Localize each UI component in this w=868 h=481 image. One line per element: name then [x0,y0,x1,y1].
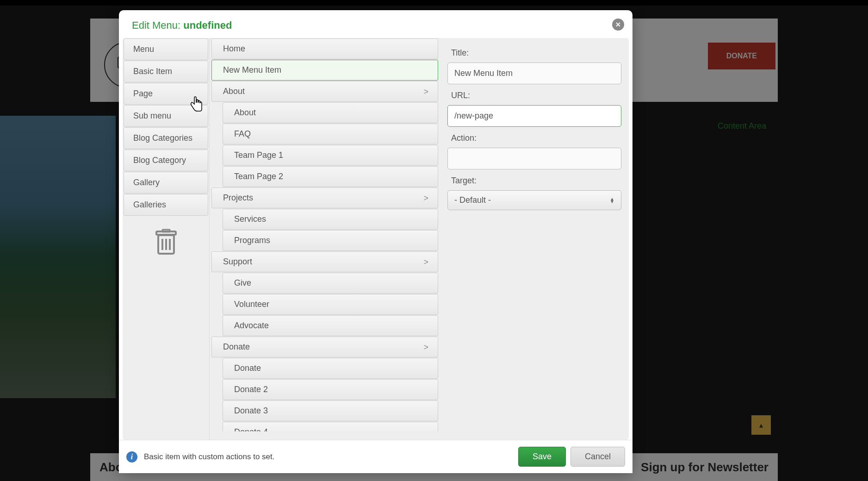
close-icon: ✕ [615,21,621,28]
cancel-button[interactable]: Cancel [570,447,625,467]
trash-icon [155,229,178,256]
title-input[interactable] [447,62,621,84]
palette-item-blog-category[interactable]: Blog Category [124,150,208,171]
chevron-right-icon: > [423,342,428,352]
modal-title-name: undefined [183,19,232,31]
menu-tree-item[interactable]: Programs [223,230,438,251]
menu-tree[interactable]: HomeNew Menu ItemAbout>AboutFAQTeam Page… [210,38,440,431]
menu-tree-item[interactable]: Donate 4 [223,422,438,431]
url-label: URL: [451,91,621,100]
menu-tree-item[interactable]: New Menu Item [211,60,438,81]
info-icon: i [126,451,137,462]
palette-item-menu[interactable]: Menu [124,38,208,60]
menu-tree-item[interactable]: About> [211,81,438,102]
menu-tree-item[interactable]: About [223,102,438,123]
palette-item-blog-categories[interactable]: Blog Categories [124,127,208,149]
modal-title: Edit Menu: undefined [132,19,232,31]
item-palette: MenuBasic ItemPageSub menuBlog Categorie… [123,38,210,440]
menu-tree-item[interactable]: Donate> [211,337,438,357]
palette-item-basic-item[interactable]: Basic Item [124,61,208,82]
title-label: Title: [451,48,621,58]
menu-tree-item[interactable]: Services [223,209,438,230]
modal-footer: i Basic item with custom actions to set.… [119,440,632,473]
menu-tree-item[interactable]: Support> [211,251,438,272]
target-label: Target: [451,176,621,186]
modal-header: Edit Menu: undefined ✕ [119,10,632,38]
trash-dropzone[interactable] [152,228,180,256]
properties-panel: Title: URL: Action: Target: - Default - … [440,38,629,440]
chevron-right-icon: > [423,87,428,96]
info-text: Basic item with custom actions to set. [144,452,514,462]
select-arrows-icon: ▲▼ [610,198,614,203]
menu-tree-item[interactable]: Donate [223,358,438,379]
chevron-right-icon: > [423,257,428,267]
chevron-right-icon: > [423,193,428,203]
menu-tree-item[interactable]: Donate 3 [223,400,438,421]
menu-tree-item[interactable]: FAQ [223,124,438,144]
menu-tree-item[interactable]: Advocate [223,315,438,336]
menu-tree-item[interactable]: Projects> [211,187,438,208]
modal-body: MenuBasic ItemPageSub menuBlog Categorie… [123,38,629,440]
menu-tree-item[interactable]: Donate 2 [223,379,438,400]
menu-tree-item[interactable]: Team Page 2 [223,166,438,187]
palette-item-galleries[interactable]: Galleries [124,194,208,216]
palette-item-gallery[interactable]: Gallery [124,172,208,194]
palette-item-sub-menu[interactable]: Sub menu [124,105,208,127]
menu-tree-item[interactable]: Team Page 1 [223,145,438,166]
menu-tree-item[interactable]: Home [211,38,438,59]
target-select-value: - Default - [454,195,491,205]
action-label: Action: [451,133,621,143]
menu-tree-item[interactable]: Give [223,273,438,294]
url-input[interactable] [447,105,621,127]
menu-tree-item[interactable]: Volunteer [223,294,438,315]
target-select[interactable]: - Default - ▲▼ [447,190,621,210]
edit-menu-modal: Edit Menu: undefined ✕ MenuBasic ItemPag… [119,10,632,473]
action-input[interactable] [447,148,621,169]
modal-title-prefix: Edit Menu: [132,19,183,31]
save-button[interactable]: Save [518,447,566,467]
close-button[interactable]: ✕ [612,19,624,31]
palette-item-page[interactable]: Page [124,83,208,105]
